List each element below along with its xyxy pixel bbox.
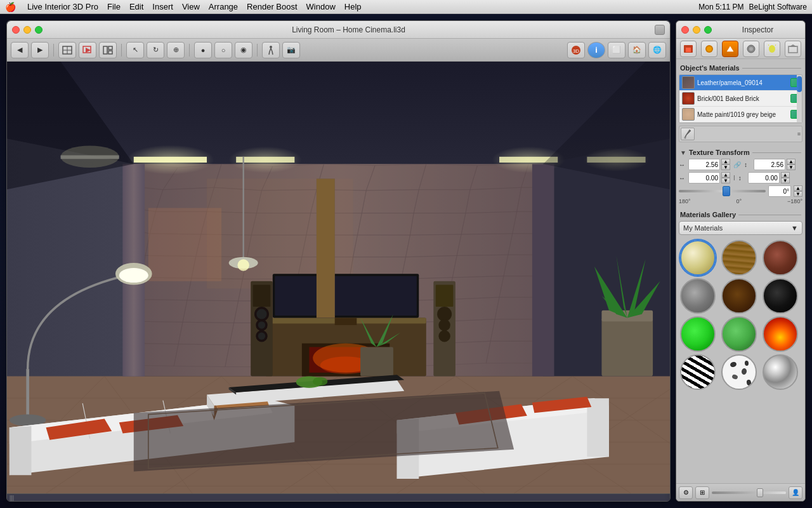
menu-edit[interactable]: Edit: [129, 2, 143, 11]
height-step-down[interactable]: ▼: [787, 164, 796, 170]
tab-home[interactable]: [680, 41, 697, 57]
material-item-1[interactable]: Leather/pamela_09014: [679, 75, 802, 91]
gallery-item-green-mid[interactable]: [721, 316, 757, 352]
gallery-item-brick[interactable]: [763, 240, 798, 276]
menu-view[interactable]: View: [182, 2, 200, 11]
eyedropper-tool[interactable]: [681, 128, 695, 140]
floorplan-button[interactable]: [58, 42, 76, 58]
menu-help[interactable]: Help: [344, 2, 362, 11]
material-item-3[interactable]: Matte paint/1019 grey beige: [679, 107, 802, 123]
menu-app[interactable]: Live Interior 3D Pro: [27, 2, 98, 11]
collapse-arrow[interactable]: ▼: [680, 149, 686, 156]
offset-x-group: ▲ ▼: [688, 172, 730, 184]
material-item-2[interactable]: Brick/001 Baked Brick: [679, 91, 802, 107]
bottom-slider-thumb[interactable]: [757, 488, 763, 497]
menu-window[interactable]: Window: [306, 2, 336, 11]
gallery-item-dalmatian[interactable]: [721, 354, 757, 390]
rotation-step-down[interactable]: ▼: [794, 191, 802, 197]
offset-h-icon: ↔: [679, 175, 686, 182]
grid-button[interactable]: ⊞: [695, 486, 709, 499]
nav-forward-button[interactable]: ▶: [31, 42, 49, 58]
svg-rect-7: [108, 51, 112, 54]
person-button[interactable]: 👤: [789, 486, 802, 499]
viewport-scrollbar[interactable]: |||: [7, 493, 670, 501]
menu-arrange[interactable]: Arrange: [209, 2, 238, 11]
menu-insert[interactable]: Insert: [152, 2, 173, 11]
select-tool[interactable]: ↖: [126, 42, 144, 58]
tab-paint[interactable]: [722, 41, 738, 57]
minimize-button[interactable]: [23, 26, 31, 34]
gallery-item-fire[interactable]: [763, 316, 798, 352]
gallery-item-chrome[interactable]: [763, 354, 798, 390]
tab-material[interactable]: [701, 41, 717, 57]
move-tool[interactable]: ⊕: [167, 42, 185, 58]
walk-tool[interactable]: [262, 42, 280, 58]
offset-x-down[interactable]: ▼: [721, 178, 730, 184]
gallery-item-wood[interactable]: [721, 240, 757, 276]
svg-point-153: [258, 332, 266, 340]
tab-texture[interactable]: [743, 41, 759, 57]
width-step-up[interactable]: ▲: [721, 159, 730, 164]
rotation-slider-thumb[interactable]: [723, 186, 730, 196]
render-button[interactable]: [79, 42, 96, 58]
offset-x-up[interactable]: ▲: [721, 172, 730, 178]
material-thumb-2: [682, 92, 695, 105]
view-button[interactable]: [99, 42, 117, 58]
offset-x-input[interactable]: [688, 172, 720, 184]
height-input[interactable]: [754, 159, 785, 170]
inspector-min[interactable]: [693, 26, 700, 34]
move3d-button[interactable]: 3D: [567, 42, 585, 58]
svg-rect-166: [360, 347, 393, 376]
viewport-3d[interactable]: [7, 62, 670, 493]
gallery-item-wood-dark[interactable]: [721, 278, 757, 314]
materials-scrollbar[interactable]: [797, 75, 802, 123]
info-button[interactable]: i: [587, 42, 605, 58]
link-icon[interactable]: 🔗: [733, 161, 741, 168]
gallery-item-plain[interactable]: [680, 240, 716, 276]
gallery-item-dark[interactable]: [763, 278, 798, 314]
menu-file[interactable]: File: [107, 2, 121, 11]
gear-button[interactable]: ⚙: [679, 486, 693, 499]
apple-menu-icon[interactable]: 🍎: [5, 2, 16, 12]
offset-y-up[interactable]: ▲: [781, 172, 790, 178]
window-close-icon[interactable]: [655, 25, 665, 35]
gallery-item-zebra[interactable]: [680, 354, 716, 390]
width-input[interactable]: [688, 159, 720, 170]
gallery-header: Materials Gallery: [679, 208, 802, 221]
rotation-slider-track[interactable]: [679, 190, 766, 192]
home-view[interactable]: 🏠: [628, 42, 646, 58]
height-step-up[interactable]: ▲: [787, 159, 796, 164]
svg-marker-179: [10, 426, 32, 475]
offset-y-input[interactable]: [748, 172, 780, 184]
rotation-input[interactable]: [768, 185, 791, 197]
tab-room[interactable]: [785, 41, 801, 57]
tab-light[interactable]: [764, 41, 780, 57]
inspector-close[interactable]: [681, 26, 689, 34]
offset-y-down[interactable]: ▼: [781, 178, 790, 184]
torus-tool[interactable]: ◉: [235, 42, 252, 58]
maximize-button[interactable]: [35, 26, 43, 34]
offset-v-icon: ↕: [738, 175, 746, 182]
gallery-item-concrete[interactable]: [680, 278, 716, 314]
ring-tool[interactable]: ○: [214, 42, 232, 58]
width-step-down[interactable]: ▼: [721, 164, 730, 170]
gallery-title: Materials Gallery: [680, 211, 736, 218]
svg-point-207: [707, 46, 712, 51]
square-view[interactable]: ⬜: [608, 42, 625, 58]
rotate-tool[interactable]: ↻: [147, 42, 164, 58]
menu-render[interactable]: Render Boost: [247, 2, 298, 11]
objects-materials-header: Object's Materials: [679, 62, 802, 74]
camera-tool[interactable]: 📷: [282, 42, 300, 58]
close-button[interactable]: [12, 26, 20, 34]
gallery-item-green-bright[interactable]: [680, 316, 716, 352]
gallery-dropdown[interactable]: My Materials ▼: [679, 221, 802, 235]
nav-back-button[interactable]: ◀: [11, 42, 29, 58]
rotation-label-min: 180°: [679, 198, 691, 204]
rotation-step-up[interactable]: ▲: [794, 185, 802, 191]
bottom-slider[interactable]: [712, 491, 786, 494]
svg-point-8: [270, 46, 272, 48]
sphere-tool[interactable]: ●: [194, 42, 212, 58]
globe-view[interactable]: 🌐: [648, 42, 666, 58]
inspector-max[interactable]: [704, 26, 712, 34]
svg-point-215: [684, 137, 686, 139]
